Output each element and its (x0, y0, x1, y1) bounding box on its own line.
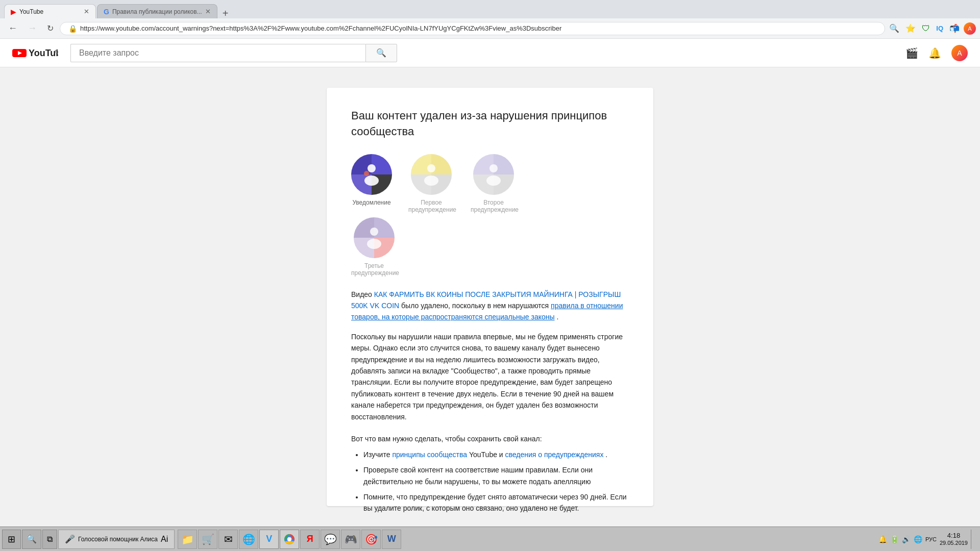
upload-icon[interactable]: 🎬 (905, 47, 918, 59)
taskbar-app-ie[interactable]: 🌐 (239, 530, 258, 549)
tab-youtube[interactable]: ▶ YouTube ✕ (4, 4, 96, 18)
taskbar-app-v[interactable]: V (259, 530, 279, 549)
address-bar[interactable]: 🔒 https://www.youtube.com/account_warnin… (60, 22, 885, 35)
step-third-warning-label: Третье предупреждение (351, 262, 397, 277)
search-button[interactable]: 🔍 (365, 44, 397, 62)
yt-logo-icon: YouTube RU (12, 48, 58, 58)
video-prefix: Видео (351, 290, 374, 298)
taskbar: ⊞ 🔍 ⧉ 🎤 Голосовой помощник Алиса Ai 📁 🛒 … (0, 527, 980, 551)
body-text: Поскольку вы нарушили наши правила вперв… (351, 331, 629, 422)
step-first-warning-label: Первое предупреждение (408, 199, 454, 213)
clock: 4:18 29.05.2019 (940, 532, 968, 546)
task-view-button[interactable]: ⧉ (42, 530, 57, 549)
clock-time: 4:18 (940, 532, 968, 540)
ext-icon-iq[interactable]: IQ (934, 22, 945, 34)
svg-point-9 (427, 164, 435, 172)
svg-point-16 (367, 239, 381, 249)
steps-row-1: Уведомление Первое предупреждение (351, 154, 629, 213)
taskbar-app-store[interactable]: 🛒 (198, 530, 217, 549)
yt-header-right: 🎬 🔔 A (905, 45, 968, 61)
taskbar-apps: 📁 🛒 ✉ 🌐 V Я 💬 🎮 🎯 W (178, 530, 401, 549)
taskbar-notification-icon[interactable]: 🔔 (878, 535, 887, 543)
svg-point-19 (287, 537, 291, 541)
back-button[interactable]: ← (4, 21, 21, 36)
lock-icon: 🔒 (68, 24, 77, 33)
taskbar-network-icon[interactable]: 🌐 (914, 535, 922, 543)
svg-text:RU: RU (55, 49, 58, 54)
clock-date: 29.05.2019 (940, 540, 968, 546)
taskbar-app-chrome[interactable] (280, 530, 299, 549)
taskbar-app-game[interactable]: 🎯 (361, 530, 381, 549)
tab-yt-title: YouTube (19, 8, 81, 15)
step-second-warning-icon (473, 154, 514, 195)
svg-point-12 (489, 164, 498, 172)
show-desktop-button[interactable] (971, 530, 974, 549)
tab-bar: ▶ YouTube ✕ G Правила публикации роликов… (0, 0, 980, 18)
bullet-2: Проверьте свой контент на соответствие н… (363, 464, 629, 487)
step-first-warning: Первое предупреждение (408, 154, 454, 213)
ext-icon-mail[interactable]: 📬 (947, 21, 962, 35)
video-paragraph: Видео КАК ФАРМИТЬ ВК КОИНЫ ПОСЛЕ ЗАКРЫТИ… (351, 289, 629, 323)
bullet-1-suffix: . (605, 450, 607, 459)
ext-icon-1[interactable]: 🔍 (887, 21, 901, 35)
taskbar-app-explorer[interactable]: 📁 (178, 530, 197, 549)
rules-favicon: G (104, 8, 109, 16)
search-button-taskbar[interactable]: 🔍 (22, 530, 41, 549)
ext-icon-star[interactable]: ⭐ (903, 21, 918, 35)
lang-badge: РУС (925, 536, 937, 542)
bullet-1: Изучите принципы сообщества YouTube и св… (363, 449, 629, 460)
step-notification-icon (351, 154, 392, 195)
taskbar-app-mail[interactable]: ✉ (218, 530, 238, 549)
action-title: Вот что вам нужно сделать, чтобы сохрани… (351, 435, 629, 443)
ext-icon-shield[interactable]: 🛡 (920, 22, 932, 35)
ext-icon-avatar[interactable]: A (964, 22, 976, 35)
step-notification-label: Уведомление (352, 199, 390, 206)
steps-row-2: Третье предупреждение (351, 217, 629, 277)
step-first-warning-icon (411, 154, 452, 195)
bullet-1-mid: YouTube и (469, 450, 505, 459)
community-principles-link[interactable]: принципы сообщества (392, 450, 467, 459)
yt-search-bar: 🔍 (70, 44, 397, 62)
svg-point-13 (486, 176, 501, 186)
alice-icon: Ai (161, 535, 168, 544)
forward-button[interactable]: → (23, 21, 41, 36)
taskbar-app-yandex[interactable]: Я (300, 530, 320, 549)
period: . (556, 313, 558, 321)
search-input[interactable] (70, 44, 365, 62)
browser-chrome: ▶ YouTube ✕ G Правила публикации роликов… (0, 0, 980, 39)
step-third-warning: Третье предупреждение (351, 217, 397, 277)
yt-header: YouTube RU 🔍 🎬 🔔 A (0, 39, 980, 67)
svg-point-15 (370, 228, 378, 236)
yt-logo[interactable]: YouTube RU (12, 48, 58, 58)
taskbar-right: 🔔 🔋 🔊 🌐 РУС 4:18 29.05.2019 (878, 530, 978, 549)
taskbar-volume-icon[interactable]: 🔊 (902, 535, 911, 543)
nav-bar: ← → ↻ 🔒 https://www.youtube.com/account_… (0, 18, 980, 39)
bullet-1-prefix: Изучите (363, 450, 392, 459)
tab-rules[interactable]: G Правила публикации роликов... ✕ (97, 4, 217, 18)
taskbar-app-word[interactable]: W (382, 530, 401, 549)
taskbar-assistant[interactable]: 🎤 Голосовой помощник Алиса Ai (58, 530, 175, 549)
warnings-info-link[interactable]: сведения о предупреждениях (505, 450, 604, 459)
new-tab-button[interactable]: + (218, 8, 233, 18)
svg-point-10 (424, 176, 438, 186)
refresh-button[interactable]: ↻ (43, 21, 58, 35)
user-avatar[interactable]: A (951, 45, 968, 61)
card-title: Ваш контент удален из-за нарушения принц… (351, 108, 629, 140)
yt-favicon: ▶ (11, 8, 16, 16)
taskbar-app-steam[interactable]: 🎮 (341, 530, 360, 549)
bullet-3: Помните, что предупреждение будет снято … (363, 491, 629, 514)
tab-close-yt[interactable]: ✕ (84, 8, 89, 15)
step-third-warning-icon (354, 217, 395, 258)
step-notification: Уведомление (351, 154, 392, 206)
address-text[interactable]: https://www.youtube.com/account_warnings… (80, 24, 876, 32)
start-button[interactable]: ⊞ (2, 530, 21, 549)
tab-close-rules[interactable]: ✕ (205, 8, 211, 15)
taskbar-app-chat[interactable]: 💬 (321, 530, 340, 549)
assistant-label: Голосовой помощник Алиса (78, 536, 158, 543)
svg-point-7 (364, 171, 369, 176)
taskbar-battery-icon[interactable]: 🔋 (890, 535, 899, 543)
step-second-warning-label: Второе предупреждение (471, 199, 517, 213)
notifications-icon[interactable]: 🔔 (928, 47, 941, 59)
tab-rules-title: Правила публикации роликов... (112, 8, 202, 15)
browser-extensions: 🔍 ⭐ 🛡 IQ 📬 A (887, 21, 976, 35)
